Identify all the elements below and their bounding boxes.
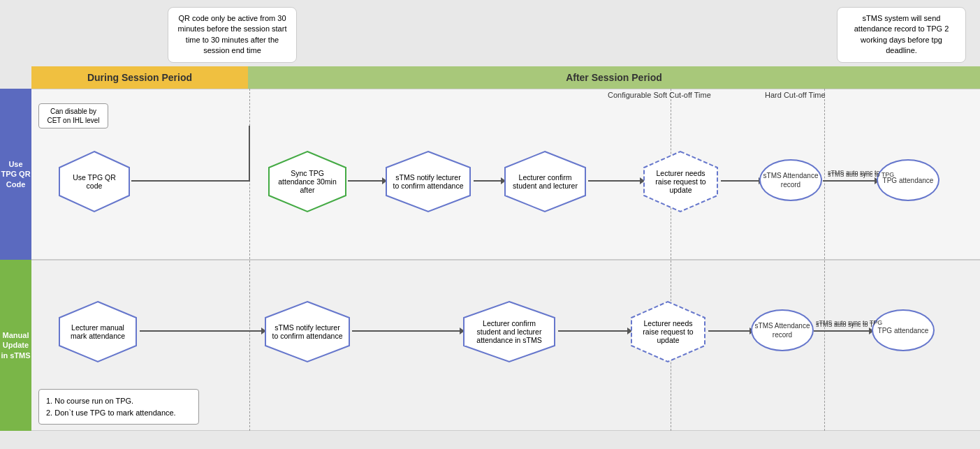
- tpg-node1-wrap: Use TPG QR code: [56, 150, 133, 213]
- tpg-arrow-h5: [823, 180, 875, 182]
- tpg-node1-label: Use TPG QR code: [63, 170, 126, 193]
- manual-arrow-h2: [558, 330, 628, 332]
- tpg-arrow-v1: [249, 126, 250, 182]
- manual-node1-wrap: Lecturer manual mark attendance: [56, 300, 140, 363]
- diagram-wrapper: QR code only be active from 30 minutes b…: [0, 0, 980, 449]
- manual-arrow-h0: [140, 330, 262, 332]
- tpg-node6-oval: sTMS Attendance record: [759, 159, 822, 201]
- manual-node4-label: Lecturer needs raise request to update: [635, 316, 701, 347]
- manual-node3-label: Lecturer confirm student and lecturer at…: [467, 316, 551, 347]
- tpg-node4-wrap: Lecturer confirm student and lecturer: [502, 150, 589, 213]
- tpg-arrow-h3: [588, 180, 641, 182]
- manual-sync-label: sTMS auto sync to TPG: [816, 319, 882, 326]
- tpg-arrow-h0: [131, 180, 249, 182]
- tpg-node5-label: Lecturer needs raise request to update: [648, 166, 714, 197]
- manual-node1-label: Lecturer manual mark attendance: [63, 321, 133, 343]
- manual-node5-oval: sTMS Attendance record: [751, 309, 814, 351]
- notes-box: 1. No course run on TPG. 2. Don`t use TP…: [38, 389, 199, 425]
- hard-cutoff-label: Hard Cut-off Time: [765, 91, 826, 99]
- tpg-sync-label: sTMS auto sync to TPG: [828, 171, 894, 178]
- manual-arrow-h4: [814, 330, 870, 332]
- manual-node4-wrap: Lecturer needs raise request to update: [628, 300, 708, 363]
- swim-label-tpg: Use TPG QR Code: [0, 89, 31, 260]
- header-after: After Session Period: [248, 66, 980, 89]
- tpg-arrow-h1: [348, 180, 383, 182]
- tpg-node3-wrap: sTMS notify lecturer to confirm attendan…: [383, 150, 474, 213]
- manual-node2-label: sTMS notify lecturer to confirm attendan…: [269, 321, 346, 343]
- manual-node6-oval: TPG attendance: [872, 309, 935, 351]
- tpg-arrow-h4: [721, 180, 759, 182]
- soft-cutoff-label: Configurable Soft Cut-off Time: [608, 91, 711, 99]
- header-during: During Session Period: [31, 66, 248, 89]
- tpg-node2-label: Sync TPG attendance 30min after: [272, 166, 342, 197]
- manual-arrow-h1: [352, 330, 460, 332]
- stms-callout-note: sTMS system will send attendance record …: [837, 7, 966, 63]
- manual-arrow-h3: [708, 330, 750, 332]
- notes-line1: 1. No course run on TPG.: [46, 395, 191, 407]
- tpg-node7-oval: TPG attendance: [877, 159, 939, 201]
- vline-hard-cutoff: [824, 89, 825, 431]
- swim-label-manual: Manual Update in sTMS: [0, 260, 31, 431]
- tpg-node3-label: sTMS notify lecturer to confirm attendan…: [390, 170, 467, 193]
- notes-line2: 2. Don`t use TPG to mark attendance.: [46, 407, 191, 419]
- vline-soft-cutoff: [671, 89, 671, 431]
- qr-callout-note: QR code only be active from 30 minutes b…: [168, 7, 297, 63]
- manual-node3-wrap: Lecturer confirm student and lecturer at…: [460, 300, 558, 363]
- tpg-node4-label: Lecturer confirm student and lecturer: [509, 170, 582, 193]
- tpg-arrow-h2: [474, 180, 502, 182]
- tpg-node2-wrap: Sync TPG attendance 30min after: [265, 150, 349, 213]
- manual-node2-wrap: sTMS notify lecturer to confirm attendan…: [262, 300, 353, 363]
- tpg-node5-wrap: Lecturer needs raise request to update: [641, 150, 721, 213]
- disable-note: Can disable by CET on IHL level: [38, 103, 108, 128]
- header-row: During Session Period After Session Peri…: [31, 66, 980, 89]
